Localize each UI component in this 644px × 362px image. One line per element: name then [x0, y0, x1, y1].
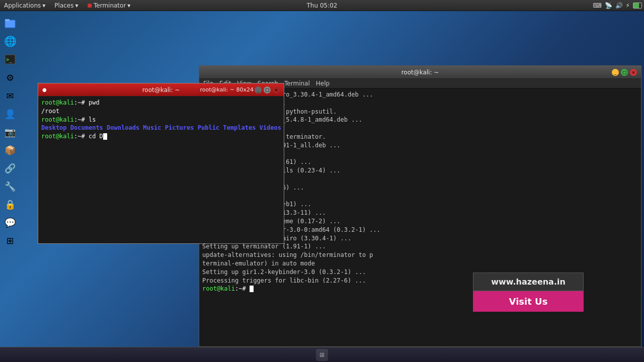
- battery-icon: [633, 3, 642, 9]
- places-arrow: ▾: [75, 2, 78, 9]
- terminator-menu[interactable]: ■ Terminator ▾: [84, 1, 135, 10]
- sidebar-icon-grid[interactable]: ⊞: [2, 232, 18, 248]
- terminal-fg-titlebar: ● root@kali: ~ root@kali: ~ 80x24 _ □ ×: [38, 83, 284, 97]
- sidebar-icon-mail[interactable]: ✉: [2, 87, 18, 104]
- desktop-sidebar: 🌐 >_ ⚙ ✉ 👤 📷 📦 🔗 🔧 🔒 💬 ⊞: [0, 11, 20, 362]
- terminal-fg-line: root@kali:~# pwd: [41, 99, 281, 107]
- maximize-button[interactable]: □: [621, 69, 628, 76]
- sidebar-icon-browser[interactable]: 🌐: [2, 33, 18, 49]
- sidebar-icon-settings[interactable]: ⚙: [2, 69, 18, 85]
- terminal-fg-subtitle: root@kali: ~ 80x24: [200, 86, 254, 93]
- network-icon: 📡: [605, 2, 612, 9]
- applications-arrow: ▾: [42, 2, 45, 9]
- terminal-bg-titlebar: root@kali: ~ _ □ ×: [199, 66, 641, 79]
- fg-close-button[interactable]: ×: [273, 86, 280, 94]
- fg-maximize-button[interactable]: □: [264, 86, 271, 94]
- power-icon: ⚡: [626, 2, 630, 9]
- places-menu[interactable]: Places ▾: [50, 1, 82, 10]
- sidebar-icon-tools[interactable]: 🔧: [2, 178, 18, 194]
- terminal-fg-line: /root: [41, 107, 281, 116]
- menu-help[interactable]: Help: [316, 80, 330, 87]
- sidebar-icon-social[interactable]: 💬: [2, 214, 18, 230]
- bottom-bar-icons: ⊞: [316, 349, 328, 361]
- volume-icon: 🔊: [615, 2, 623, 9]
- svg-rect-1: [5, 19, 10, 21]
- applications-label: Applications: [4, 2, 41, 9]
- sidebar-icon-package[interactable]: 📦: [2, 142, 18, 158]
- bottom-bar: ⊞: [0, 347, 644, 362]
- sidebar-icon-user[interactable]: 👤: [2, 106, 18, 122]
- menu-terminal[interactable]: Terminal: [284, 80, 310, 87]
- keyboard-icon: ⌨: [593, 2, 601, 9]
- ad-overlay: www.hazeena.in Visit Us: [473, 273, 584, 312]
- ad-url: www.hazeena.in: [473, 273, 584, 291]
- terminal-bg-title: root@kali: ~: [401, 69, 439, 76]
- taskbar-left: Applications ▾ Places ▾ ■ Terminator ▾: [0, 1, 134, 10]
- applications-menu[interactable]: Applications ▾: [0, 1, 49, 10]
- sidebar-icon-terminal[interactable]: >_: [2, 51, 18, 67]
- clock: Thu 05:02: [307, 2, 338, 9]
- terminal-bg-line: terminal-emulator) in auto mode: [202, 259, 638, 268]
- terminator-arrow: ▾: [127, 2, 130, 9]
- sidebar-icon-file-manager[interactable]: [2, 15, 18, 31]
- terminal-bg-line: update-alternatives: using /bin/terminat…: [202, 251, 638, 259]
- sidebar-icon-network[interactable]: 🔗: [2, 160, 18, 176]
- sidebar-icon-vpn[interactable]: 🔒: [2, 196, 18, 212]
- terminal-fg-line: Desktop Documents Downloads Music Pictur…: [41, 124, 281, 132]
- svg-text:>_: >_: [6, 57, 13, 63]
- taskbar: Applications ▾ Places ▾ ■ Terminator ▾ T…: [0, 0, 644, 11]
- places-label: Places: [54, 2, 73, 9]
- fg-minimize-button[interactable]: _: [255, 86, 262, 94]
- bottom-icon-1[interactable]: ⊞: [316, 349, 328, 361]
- close-button[interactable]: ×: [630, 69, 637, 76]
- terminator-label: Terminator: [94, 2, 126, 9]
- taskbar-right: ⌨ 📡 🔊 ⚡: [593, 2, 642, 9]
- terminal-fg-title: root@kali: ~: [142, 86, 180, 94]
- svg-rect-0: [5, 20, 15, 28]
- terminal-fg-line: root@kali:~# cd D: [41, 132, 281, 141]
- ad-cta[interactable]: Visit Us: [473, 291, 584, 312]
- terminal-fg-controls: _ □ ×: [255, 86, 280, 94]
- terminal-fg-content[interactable]: root@kali:~# pwd/rootroot@kali:~# lsDesk…: [38, 97, 284, 243]
- terminal-foreground[interactable]: ● root@kali: ~ root@kali: ~ 80x24 _ □ × …: [38, 83, 284, 244]
- terminal-fg-line: root@kali:~# ls: [41, 116, 281, 124]
- terminal-bg-controls: _ □ ×: [612, 69, 637, 76]
- minimize-button[interactable]: _: [612, 69, 619, 76]
- sidebar-icon-camera[interactable]: 📷: [2, 124, 18, 140]
